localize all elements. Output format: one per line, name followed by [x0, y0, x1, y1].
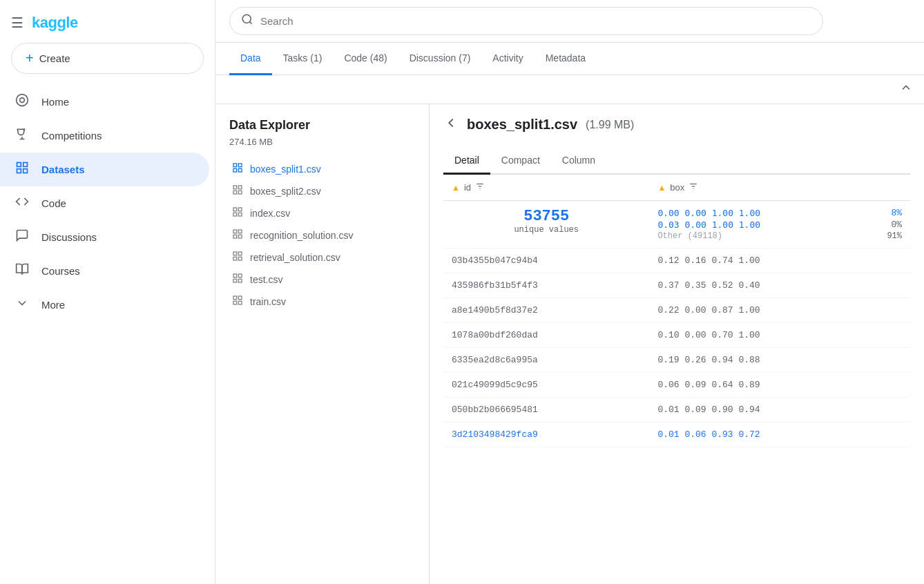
file-icon-3 — [232, 228, 243, 242]
box-cell-4: 0.19 0.26 0.94 0.88 — [649, 348, 910, 373]
competitions-icon — [14, 127, 30, 144]
file-detail-header: boxes_split1.csv (1.99 MB) — [443, 115, 910, 134]
file-icon-6 — [232, 295, 243, 309]
box-stats-cell: 0.00 0.00 1.00 1.00 8% 0.03 0.00 1.00 1.… — [649, 201, 910, 249]
sidebar-item-courses[interactable]: Courses — [0, 254, 209, 288]
tab-code[interactable]: Code (48) — [333, 43, 398, 75]
sub-tabs: Detail Compact Column — [443, 148, 910, 175]
id-type-icon: ▲ — [452, 183, 460, 193]
file-name-3: recognition_solution.csv — [250, 230, 353, 241]
svg-point-6 — [242, 14, 251, 23]
sidebar-item-datasets[interactable]: Datasets — [0, 153, 209, 186]
file-name-0: boxes_split1.csv — [250, 164, 321, 175]
svg-point-1 — [20, 98, 25, 103]
box-val-1: 0.03 0.00 1.00 1.00 — [657, 220, 760, 230]
id-cell-6: 050bb2b066695481 — [443, 398, 649, 422]
svg-rect-11 — [238, 168, 242, 172]
sidebar-item-code[interactable]: Code — [0, 186, 209, 220]
sidebar-item-courses-label: Courses — [41, 265, 80, 277]
file-item-recognition[interactable]: recognition_solution.csv — [229, 224, 429, 246]
file-name-4: retrieval_solution.csv — [250, 252, 340, 263]
tab-discussion[interactable]: Discussion (7) — [398, 43, 482, 75]
sidebar-nav: Home Competitions Datasets Code — [0, 85, 215, 322]
search-input[interactable] — [260, 15, 811, 27]
svg-rect-14 — [233, 191, 237, 194]
file-item-train[interactable]: train.csv — [229, 291, 429, 313]
box-stat-row-2: Other (49118) 91% — [657, 231, 902, 241]
create-button[interactable]: + Create — [11, 43, 204, 74]
svg-rect-19 — [238, 213, 242, 216]
svg-rect-12 — [233, 186, 237, 189]
svg-rect-20 — [233, 230, 237, 233]
sidebar-item-code-label: Code — [41, 197, 66, 209]
menu-icon[interactable]: ☰ — [11, 14, 23, 31]
id-stats-cell: 53755 unique values — [443, 201, 649, 249]
id-filter-icon[interactable] — [475, 182, 485, 193]
box-cell-6: 0.01 0.09 0.90 0.94 — [649, 398, 910, 422]
id-cell-5: 021c49099d5c9c95 — [443, 373, 649, 398]
svg-rect-13 — [238, 186, 242, 189]
file-icon-1 — [232, 184, 243, 198]
file-icon-5 — [232, 273, 243, 286]
search-icon — [241, 13, 253, 29]
box-cell-0: 0.12 0.16 0.74 1.00 — [649, 249, 910, 273]
col-box-label: box — [670, 182, 684, 193]
file-icon-2 — [232, 206, 243, 220]
back-button[interactable] — [443, 115, 459, 134]
tab-metadata[interactable]: Metadata — [535, 43, 597, 75]
plus-icon: + — [26, 50, 34, 66]
table-row: a8e1490b5f8d37e2 0.22 0.00 0.87 1.00 — [443, 298, 910, 323]
id-cell-3: 1078a00bdf260dad — [443, 323, 649, 348]
sidebar-item-more-label: More — [41, 299, 65, 311]
file-item-boxes-split2[interactable]: boxes_split2.csv — [229, 180, 429, 202]
file-item-test[interactable]: test.csv — [229, 269, 429, 291]
file-name-5: test.csv — [250, 274, 282, 285]
file-item-index[interactable]: index.csv — [229, 202, 429, 224]
svg-rect-21 — [238, 230, 242, 233]
svg-rect-18 — [233, 213, 237, 216]
svg-point-0 — [17, 95, 28, 106]
kaggle-logo: kaggle — [32, 14, 78, 32]
file-name-2: index.csv — [250, 208, 290, 219]
main-content: Data Tasks (1) Code (48) Discussion (7) … — [215, 0, 924, 584]
unique-value: 53755 — [452, 208, 641, 225]
box-filter-icon[interactable] — [689, 182, 698, 193]
table-row: 021c49099d5c9c95 0.06 0.09 0.64 0.89 — [443, 373, 910, 398]
svg-rect-30 — [233, 279, 237, 282]
sidebar-item-discussions[interactable]: Discussions — [0, 220, 209, 254]
svg-rect-2 — [17, 163, 21, 167]
search-bar — [215, 0, 924, 43]
discussions-icon — [14, 228, 30, 246]
table-row: 6335ea2d8c6a995a 0.19 0.26 0.94 0.88 — [443, 348, 910, 373]
sub-tab-column[interactable]: Column — [551, 148, 606, 175]
sub-tab-compact[interactable]: Compact — [490, 148, 551, 175]
sidebar-item-more[interactable]: More — [0, 288, 209, 322]
tab-data[interactable]: Data — [229, 43, 272, 75]
svg-rect-16 — [233, 208, 237, 211]
box-other: Other (49118) — [657, 231, 722, 241]
table-row: 3d2103498429fca9 0.01 0.06 0.93 0.72 — [443, 422, 910, 447]
box-cell-7: 0.01 0.06 0.93 0.72 — [649, 422, 910, 447]
file-item-boxes-split1[interactable]: boxes_split1.csv — [229, 158, 429, 180]
box-stat-row-0: 0.00 0.00 1.00 1.00 8% — [657, 208, 902, 218]
search-input-wrapper[interactable] — [229, 7, 823, 35]
tab-bar: Data Tasks (1) Code (48) Discussion (7) … — [215, 43, 924, 75]
box-cell-5: 0.06 0.09 0.64 0.89 — [649, 373, 910, 398]
table-row: 435986fb31b5f4f3 0.37 0.35 0.52 0.40 — [443, 273, 910, 298]
svg-rect-23 — [238, 235, 242, 238]
svg-rect-29 — [238, 274, 242, 278]
file-item-retrieval[interactable]: retrieval_solution.csv — [229, 246, 429, 269]
sidebar-item-home[interactable]: Home — [0, 85, 209, 119]
svg-rect-5 — [23, 169, 28, 173]
box-type-icon: ▲ — [657, 183, 666, 193]
table-row: 1078a00bdf260dad 0.10 0.00 0.70 1.00 — [443, 323, 910, 348]
collapse-button[interactable] — [899, 81, 913, 98]
box-cell-1: 0.37 0.35 0.52 0.40 — [649, 273, 910, 298]
sub-tab-detail[interactable]: Detail — [443, 148, 490, 175]
id-cell-7: 3d2103498429fca9 — [443, 422, 649, 447]
sidebar-item-competitions[interactable]: Competitions — [0, 119, 209, 153]
svg-rect-9 — [238, 164, 242, 167]
tab-tasks[interactable]: Tasks (1) — [272, 43, 334, 75]
svg-rect-31 — [238, 279, 242, 282]
tab-activity[interactable]: Activity — [481, 43, 534, 75]
